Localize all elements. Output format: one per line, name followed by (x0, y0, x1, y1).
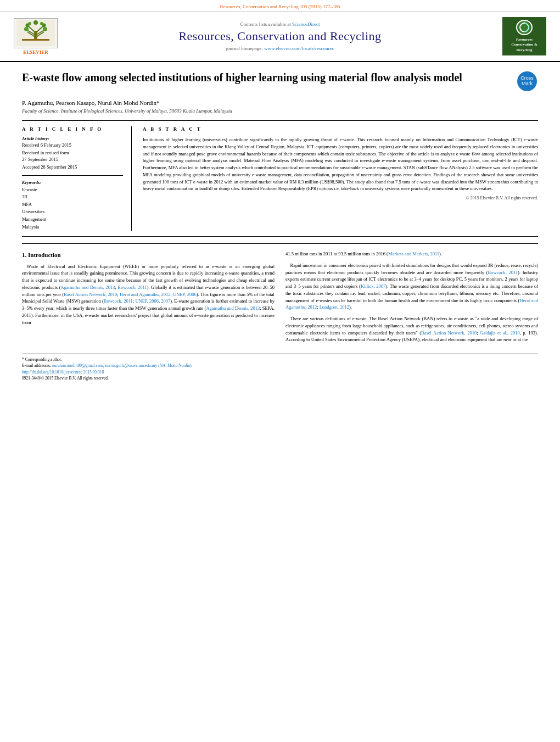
email-link[interactable]: nurulain.nordin90@gmail.com, nurrin.gurl… (52, 363, 193, 368)
article-title: E-waste flow among selected institutions… (22, 70, 508, 85)
article-body: 1. Introduction Waste of Electrical and … (22, 243, 538, 348)
article-info-column: A R T I C L E I N F O Article history: R… (22, 126, 132, 231)
body-right-column: 41.5 million tons in 2011 to 93.5 millio… (285, 250, 538, 348)
article-info-heading: A R T I C L E I N F O (22, 126, 123, 132)
journal-center: Contents lists available at ScienceDirec… (60, 21, 500, 51)
homepage-link[interactable]: www.elsevier.com/locate/resconrec (264, 46, 334, 51)
svg-point-12 (43, 27, 47, 31)
ref-lundgren-2012[interactable]: Lundgren, 2012 (320, 304, 349, 310)
ref-basel-gaidajis[interactable]: Basel Action Network, 2010 (421, 330, 477, 336)
received-date: Received 6 February 2015 (22, 142, 123, 149)
rcr-logo-box: ResourcesConservation &Recycling (502, 17, 546, 55)
ref-unep-2006-2[interactable]: UNEP, 2006 (135, 298, 159, 304)
svg-point-15 (33, 20, 38, 25)
elsevier-logo: ELSEVIER (11, 18, 60, 55)
section1-heading: 1. Introduction (22, 250, 275, 260)
ref-agamuthu-2013[interactable]: Agamuthu and Dennis, 2013 (61, 284, 115, 290)
keyword-universities: Universities (22, 208, 123, 216)
body-para-right-3: There are various definitions of e-waste… (285, 315, 538, 343)
body-para-right-2: Rapid innovation in consumer electronics… (285, 262, 538, 311)
abstract-text: Institutions of higher learning (univers… (143, 136, 538, 192)
elsevier-logo-image (14, 18, 58, 48)
rcr-logo-text: ResourcesConservation &Recycling (511, 37, 537, 52)
science-direct-link[interactable]: ScienceDirect (292, 21, 320, 27)
svg-text:Cross: Cross (520, 75, 534, 81)
keyword-malaysia: Malaysia (22, 224, 123, 231)
article-container: E-waste flow among selected institutions… (0, 62, 560, 387)
abstract-section: A B S T R A C T Institutions of higher l… (143, 126, 538, 231)
contents-available-text: Contents lists available at ScienceDirec… (71, 21, 489, 27)
homepage-text: journal homepage: www.elsevier.com/locat… (71, 46, 489, 51)
body-para-right-1: 41.5 million tons in 2011 to 93.5 millio… (285, 250, 538, 258)
corresponding-author-note: * Corresponding author. (22, 356, 538, 362)
keyword-ewaste: E-waste (22, 186, 123, 194)
keywords-label: Keywords: (22, 180, 123, 185)
elsevier-text: ELSEVIER (23, 49, 48, 55)
top-bar: Resources, Conservation and Recycling 10… (0, 0, 560, 12)
svg-point-11 (28, 22, 31, 25)
authors: P. Agamuthu, Pearson Kasapo, Nurul Ain M… (22, 99, 538, 106)
ref-bowcock-msw[interactable]: Bowcock, 2011 (104, 298, 133, 304)
svg-point-9 (24, 27, 29, 31)
doi-link[interactable]: http://dx.doi.org/10.1016/j.resconrec.20… (22, 370, 104, 375)
body-para-1: Waste of Electrical and Electronic Equip… (22, 263, 275, 326)
email-note: E-mail addresses: nurulain.nordin90@gmai… (22, 362, 538, 369)
crossmark-logo: Cross Mark (516, 70, 538, 92)
ref-unep-2006[interactable]: UNEP, 2006 (173, 292, 197, 297)
footnote-section: * Corresponding author. E-mail addresses… (22, 353, 538, 381)
article-info-abstract-section: A R T I C L E I N F O Article history: R… (22, 120, 538, 237)
svg-point-14 (40, 22, 43, 25)
ref-bowcock-rapid[interactable]: Bowcock, 2011 (488, 270, 518, 275)
body-left-column: 1. Introduction Waste of Electrical and … (22, 250, 275, 348)
keyword-mfa: MFA (22, 201, 123, 209)
accepted-date: Accepted 28 September 2015 (22, 164, 123, 171)
rcr-logo-circle (516, 20, 533, 35)
ref-gaidajis-2010[interactable]: Gaidajis et al., 2010 (480, 330, 520, 336)
ref-unep-2007[interactable]: 2007 (161, 298, 170, 304)
ref-killick-2007[interactable]: Killick, 2007 (361, 283, 385, 289)
journal-reference-link[interactable]: Resources, Conservation and Recycling 10… (220, 4, 340, 9)
ref-agamuthu-sepa[interactable]: Agamuthu and Dennis, 2013 (206, 305, 260, 311)
abstract-heading: A B S T R A C T (143, 126, 538, 132)
issn-line: 0921-3449/© 2015 Elsevier B.V. All right… (22, 375, 538, 381)
keywords-list: E-waste 3R MFA Universities Management M… (22, 186, 123, 231)
journal-title: Resources, Conservation and Recycling (71, 29, 489, 43)
journal-logo-right: ResourcesConservation &Recycling (500, 17, 549, 55)
ref-basel-2010[interactable]: Basel Action Network, 2010 (64, 292, 117, 297)
svg-text:Mark: Mark (522, 81, 533, 86)
doi-line: http://dx.doi.org/10.1016/j.resconrec.20… (22, 369, 538, 375)
ref-bowcock-2011[interactable]: Bowcock, 2011 (117, 284, 147, 290)
revised-date: Received in revised form27 September 201… (22, 150, 123, 163)
keyword-management: Management (22, 216, 123, 224)
history-label: Article history: (22, 136, 123, 141)
article-title-section: E-waste flow among selected institutions… (22, 70, 538, 95)
ref-herat-2012[interactable]: Herat and Agamuthu, 2012 (120, 292, 170, 297)
copyright-line: © 2015 Elsevier B.V. All rights reserved… (143, 196, 538, 200)
info-divider (22, 175, 123, 176)
keyword-3r: 3R (22, 193, 123, 201)
journal-header: ELSEVIER Contents lists available at Sci… (0, 12, 560, 62)
affiliation: Faculty of Science, Institute of Biologi… (22, 108, 538, 114)
ref-markets-2011[interactable]: Markets and Markets, 2011 (388, 251, 439, 256)
